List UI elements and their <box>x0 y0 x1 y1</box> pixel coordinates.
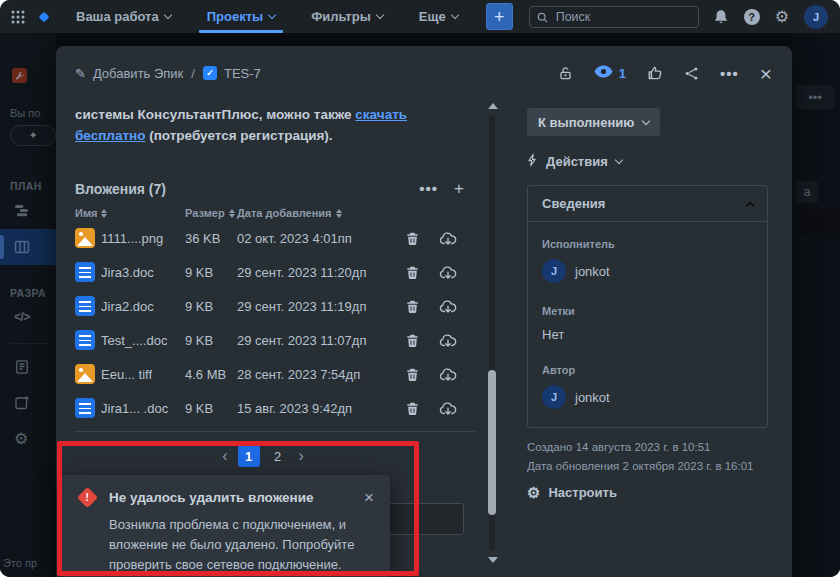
attachment-row[interactable]: Jira3.doc 9 KB 29 сент. 2023 11:20дп <box>75 255 487 289</box>
reporter-value-row[interactable]: J jonkot <box>542 385 753 409</box>
nav-filters[interactable]: Фильтры <box>305 0 389 33</box>
chevron-down-icon <box>615 156 623 164</box>
chevron-down-icon <box>376 11 384 19</box>
chevron-up-icon <box>746 201 754 209</box>
project-avatar-icon[interactable] <box>12 68 27 83</box>
status-dropdown-button[interactable]: К выполнению <box>527 108 660 136</box>
column-header-size[interactable]: Размер <box>185 207 237 219</box>
sidebar-item-timeline[interactable] <box>14 203 31 218</box>
delete-attachment-button[interactable] <box>405 299 420 314</box>
attachment-row[interactable]: Jira1... .doc 9 KB 15 авг. 2023 9:42дп <box>75 391 487 425</box>
sidebar-item-pages[interactable] <box>14 359 30 375</box>
labels-label: Метки <box>542 305 753 317</box>
lightning-icon <box>527 153 538 170</box>
attachment-name-cell: Jira1... .doc <box>75 398 185 418</box>
settings-gear-icon[interactable]: ⚙ <box>775 9 789 25</box>
attachment-row[interactable]: Eeu... tiff 4.6 MB 28 сент. 2023 7:54дп <box>75 357 487 391</box>
nav-more[interactable]: Еще <box>413 0 464 33</box>
toast-title: Не удалось удалить вложение <box>109 490 364 505</box>
nav-more-label: Еще <box>419 9 446 24</box>
pagination-next-button[interactable]: › <box>296 448 307 464</box>
sidebar-item-board-selected[interactable] <box>0 229 56 265</box>
attachment-row[interactable]: Test_....doc 9 KB 29 сент. 2023 11:07дп <box>75 323 487 357</box>
download-attachment-button[interactable] <box>439 230 457 247</box>
vote-thumbs-up-icon[interactable] <box>647 65 663 81</box>
app-switcher-icon[interactable] <box>10 9 26 25</box>
attachment-size: 4.6 MB <box>185 367 237 382</box>
delete-attachment-button[interactable] <box>405 333 420 348</box>
delete-attachment-button[interactable] <box>405 401 420 416</box>
column-header-name[interactable]: Имя <box>75 207 185 219</box>
attachments-menu-button[interactable]: ••• <box>419 181 438 196</box>
sidebar-item-settings[interactable]: ⚙ <box>14 431 28 447</box>
user-avatar[interactable]: J <box>804 5 828 29</box>
attachment-name: Jira2.doc <box>101 299 154 314</box>
attachments-pagination: ‹ 1 2 › <box>75 445 451 467</box>
delete-attachment-button[interactable] <box>405 367 420 382</box>
attachment-date: 29 сент. 2023 11:19дп <box>237 299 395 314</box>
sparkle-icon: ✦ <box>28 129 37 142</box>
sidebar-item-add-shortcut[interactable] <box>14 395 30 411</box>
assignee-label: Исполнитель <box>542 238 753 250</box>
assignee-value-row[interactable]: J jonkot <box>542 259 753 283</box>
doc-file-icon <box>75 296 95 316</box>
attachment-name-cell: Test_....doc <box>75 330 185 350</box>
scrollbar-thumb[interactable] <box>488 370 496 515</box>
description-paragraph: системы КонсультантПлюс, можно также ска… <box>75 104 479 146</box>
jira-logo-icon[interactable] <box>36 9 52 25</box>
nav-your-work[interactable]: Ваша работа <box>70 0 177 33</box>
toast-header: ! Не удалось удалить вложение × <box>78 489 374 506</box>
column-header-date[interactable]: Дата добавления <box>237 207 342 219</box>
search-input[interactable] <box>529 6 699 28</box>
plus-icon: + <box>454 180 464 197</box>
create-issue-button[interactable]: + <box>486 3 513 30</box>
chevron-down-icon <box>268 11 276 19</box>
toast-close-button[interactable]: × <box>364 489 374 506</box>
attachment-row[interactable]: 1111....png 36 KB 02 окт. 2023 4:01пп <box>75 221 487 255</box>
delete-attachment-button[interactable] <box>405 231 420 246</box>
close-modal-button[interactable]: × <box>760 63 772 84</box>
add-epic-button[interactable]: ✎ Добавить Эпик <box>75 66 183 81</box>
details-panel-header[interactable]: Сведения <box>528 186 767 222</box>
download-attachment-button[interactable] <box>439 332 457 349</box>
details-panel: Сведения Исполнитель J jonkot Метки Нет … <box>527 185 768 428</box>
scrollbar-up-arrow[interactable] <box>488 103 498 109</box>
notifications-bell-icon[interactable] <box>713 9 729 25</box>
close-icon: × <box>364 488 374 507</box>
pagination-prev-button[interactable]: ‹ <box>219 448 230 464</box>
issue-key-button[interactable]: ✓ TES-7 <box>203 66 261 81</box>
attachment-name-cell: Eeu... tiff <box>75 364 185 384</box>
attachment-size: 9 KB <box>185 265 237 280</box>
restrict-access-lock-icon[interactable] <box>558 66 573 81</box>
configure-button[interactable]: ⚙ Настроить <box>527 485 617 500</box>
delete-attachment-button[interactable] <box>405 265 420 280</box>
description-text-2: (потребуется регистрация). <box>149 128 332 143</box>
download-attachment-button[interactable] <box>439 400 457 417</box>
attachment-row[interactable]: Jira2.doc 9 KB 29 сент. 2023 11:19дп <box>75 289 487 323</box>
more-actions-button[interactable]: ••• <box>720 66 739 81</box>
reporter-label: Автор <box>542 364 753 376</box>
sidebar-ai-pill-button[interactable]: ✦ <box>10 125 56 146</box>
attachment-name-cell: 1111....png <box>75 228 185 248</box>
chevron-down-icon <box>450 11 458 19</box>
help-icon[interactable]: ? <box>744 9 760 25</box>
download-attachment-button[interactable] <box>439 366 457 383</box>
ellipsis-icon: ••• <box>419 181 438 196</box>
share-icon[interactable] <box>684 66 699 81</box>
details-panel-body: Исполнитель J jonkot Метки Нет Автор J j… <box>528 222 767 427</box>
attachment-name-cell: Jira2.doc <box>75 296 185 316</box>
download-attachment-button[interactable] <box>439 264 457 281</box>
actions-dropdown-button[interactable]: Действия <box>527 153 622 170</box>
scrollbar-down-arrow[interactable] <box>488 557 498 563</box>
watchers-button[interactable]: 1 <box>594 65 626 81</box>
nav-right-icons: ? ⚙ J <box>713 5 828 29</box>
pagination-page-2[interactable]: 2 <box>267 445 289 467</box>
pagination-page-1[interactable]: 1 <box>238 445 260 467</box>
sidebar-item-code[interactable]: </> <box>14 310 30 324</box>
plus-icon: + <box>494 8 505 26</box>
add-attachment-button[interactable]: + <box>454 180 464 197</box>
sidebar-section-development: РАЗРА <box>10 287 46 299</box>
download-attachment-button[interactable] <box>439 298 457 315</box>
labels-value[interactable]: Нет <box>542 327 753 342</box>
nav-projects[interactable]: Проекты <box>201 0 281 33</box>
